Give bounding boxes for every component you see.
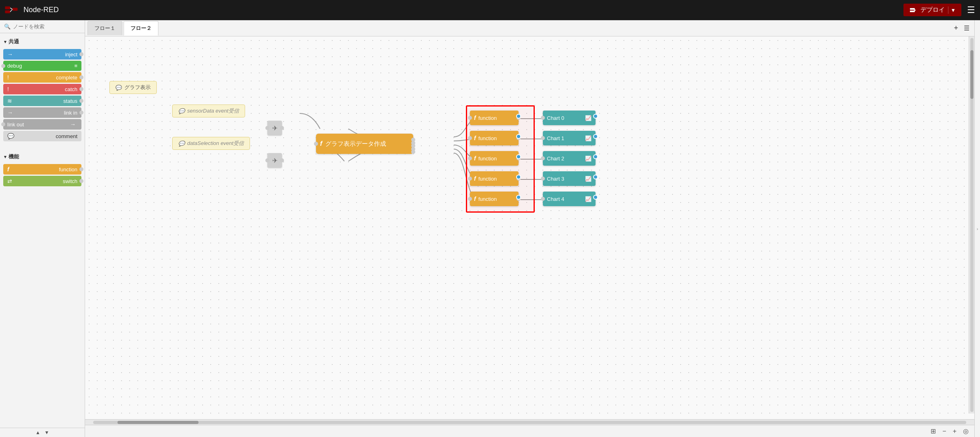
chart2-blue-dot (593, 154, 598, 159)
function-node-1[interactable]: f function (470, 131, 519, 145)
section-function[interactable]: ▾ 機能 (0, 151, 85, 163)
chart0-port-left (541, 116, 545, 120)
function-port-right (79, 167, 83, 171)
func3-label: function (478, 176, 497, 182)
function-node-0[interactable]: f function (470, 111, 519, 125)
tab-list-button[interactable]: ☰ (961, 24, 972, 32)
chart-node-4[interactable]: Chart 4 📈 (543, 192, 596, 206)
sidebar-item-switch[interactable]: ⇄ switch (3, 176, 81, 186)
deploy-icon (910, 7, 917, 13)
link-node-1[interactable]: ✈ (267, 121, 282, 135)
zoom-in-button[interactable]: + (951, 427, 958, 436)
data-selection-event-node[interactable]: 💬 dataSelection event受信 (172, 137, 250, 150)
grid-toggle-button[interactable]: ⊞ (929, 426, 937, 436)
tab-flow1[interactable]: フロー１ (88, 21, 122, 35)
scroll-down-arrow[interactable]: ▼ (45, 430, 49, 435)
zoom-out-button[interactable]: − (941, 427, 948, 436)
hscroll-thumb[interactable] (117, 421, 199, 424)
comment-node-graph[interactable]: 💬 グラフ表示 (109, 81, 157, 94)
func4-port-left (468, 197, 472, 201)
graph-data-port-right-4 (411, 150, 415, 154)
section-common[interactable]: ▾ 共通 (0, 36, 85, 48)
sidebar-item-function[interactable]: f function (3, 164, 81, 175)
switch-port-right (79, 179, 83, 183)
sensor-event-node[interactable]: 💬 sensorData event受信 (172, 104, 245, 117)
sidebar-item-debug[interactable]: debug ≡ (3, 61, 81, 71)
sensor-event-label: sensorData event受信 (187, 107, 239, 115)
svg-rect-4 (13, 8, 18, 11)
func2-label: function (478, 156, 497, 162)
sidebar-content: ▾ 共通 → inject debug ≡ ! complete (0, 33, 85, 428)
node-red-logo (5, 5, 19, 15)
chart3-icon: 📈 (585, 176, 591, 182)
func2-port-left (468, 156, 472, 160)
link2-port-left (265, 158, 269, 162)
canvas-horizontal-scrollbar[interactable] (85, 419, 974, 425)
sidebar-item-catch[interactable]: ! catch (3, 84, 81, 94)
link1-port-left (265, 126, 269, 130)
status-label: status (63, 98, 77, 104)
sidebar: 🔍 ▾ 共通 → inject debug ≡ ! (0, 20, 85, 437)
link-arrow-2-icon: ✈ (272, 157, 278, 164)
scroll-up-arrow[interactable]: ▲ (36, 430, 41, 435)
deploy-button[interactable]: デプロイ ▾ (903, 4, 961, 16)
chevron-function: ▾ (4, 154, 6, 160)
deploy-label: デプロイ (920, 6, 945, 14)
graph-data-node[interactable]: f グラフ表示データ作成 (316, 134, 413, 154)
deploy-dropdown-arrow[interactable]: ▾ (948, 6, 955, 14)
right-panel-handle[interactable]: › (974, 20, 980, 437)
section-function-label: 機能 (9, 153, 19, 160)
tab-flow1-label: フロー１ (94, 25, 115, 31)
link1-port-right (280, 126, 284, 130)
search-input[interactable] (13, 23, 81, 30)
catch-port-right (79, 87, 83, 91)
linkin-label: link in (64, 110, 77, 116)
func3-blue-dot (516, 175, 521, 179)
search-area: 🔍 (0, 20, 85, 33)
link-node-2[interactable]: ✈ (267, 153, 282, 168)
linkin-port-right (79, 111, 83, 115)
chart-node-3[interactable]: Chart 3 📈 (543, 171, 596, 186)
vscroll-track (970, 38, 974, 412)
header: Node-RED デプロイ ▾ ☰ (0, 0, 980, 20)
sidebar-item-comment[interactable]: 💬 comment (3, 131, 81, 141)
func1-label: function (478, 135, 497, 141)
func1-blue-dot (516, 134, 521, 139)
chart2-port-left (541, 156, 545, 160)
function-node-2[interactable]: f function (470, 151, 519, 166)
canvas-vertical-scrollbar[interactable] (969, 36, 974, 414)
svg-line-2 (10, 8, 13, 9)
hscroll-track (93, 421, 966, 424)
chart4-label: Chart 4 (547, 196, 564, 202)
sidebar-item-link-in[interactable]: → link in (3, 107, 81, 118)
svg-line-3 (10, 9, 13, 11)
function-node-4[interactable]: f function (470, 192, 519, 206)
header-right: デプロイ ▾ ☰ (903, 4, 975, 16)
tab-flow2[interactable]: フロー２ (124, 21, 158, 36)
tab-flow2-label: フロー２ (130, 25, 152, 31)
func3-port-left (468, 177, 472, 181)
sidebar-item-status[interactable]: ≋ status (3, 96, 81, 106)
sidebar-item-complete[interactable]: ! complete (3, 72, 81, 83)
function-node-3[interactable]: f function (470, 171, 519, 186)
vscroll-thumb[interactable] (970, 50, 974, 99)
chart1-label: Chart 1 (547, 135, 564, 141)
flow-canvas[interactable]: 💬 グラフ表示 💬 sensorData event受信 💬 dataSelec… (85, 36, 974, 419)
complete-port-right (79, 75, 83, 79)
func0-port-left (468, 116, 472, 120)
app-title: Node-RED (23, 6, 59, 14)
func4-f-icon: f (474, 196, 476, 202)
hamburger-menu[interactable]: ☰ (967, 5, 975, 15)
chart2-icon: 📈 (585, 156, 591, 162)
chart-node-1[interactable]: Chart 1 📈 (543, 131, 596, 145)
complete-label: complete (56, 75, 77, 81)
add-tab-button[interactable]: + (950, 24, 961, 32)
status-port-right (79, 99, 83, 103)
func4-blue-dot (516, 195, 521, 200)
chart-node-0[interactable]: Chart 0 📈 (543, 111, 596, 125)
linkout-label: link out (7, 122, 24, 128)
fit-view-button[interactable]: ◎ (961, 426, 970, 436)
chart-node-2[interactable]: Chart 2 📈 (543, 151, 596, 166)
sidebar-item-inject[interactable]: → inject (3, 49, 81, 60)
sidebar-item-link-out[interactable]: link out → (3, 119, 81, 130)
